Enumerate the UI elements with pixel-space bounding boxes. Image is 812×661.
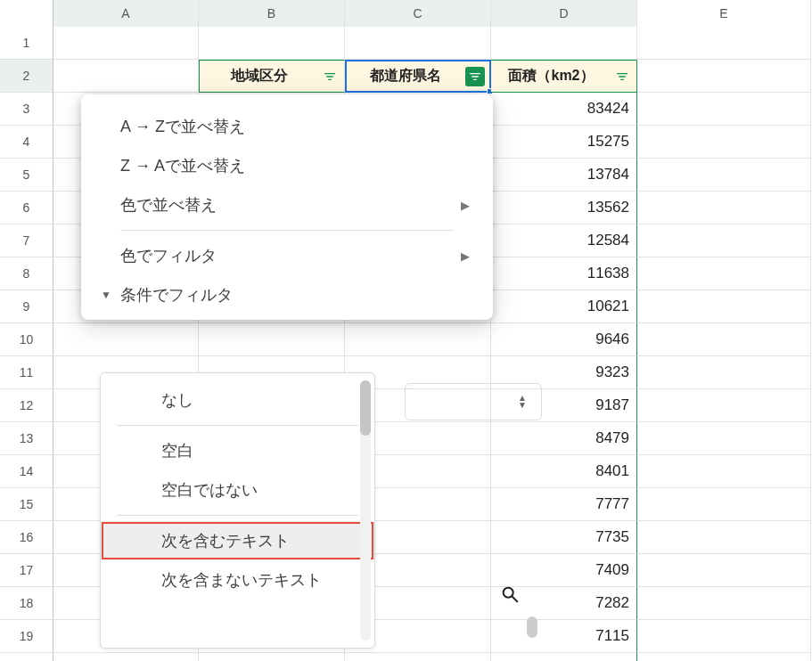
- cell[interactable]: [637, 159, 811, 192]
- filter-icon[interactable]: [612, 67, 632, 86]
- row-header-2[interactable]: 2: [0, 60, 53, 93]
- select-all-corner[interactable]: [0, 0, 53, 27]
- filter-dropdown: A → Zで並べ替え Z → Aで並べ替え 色で並べ替え ▶ 色でフィルタ ▶ …: [81, 94, 493, 320]
- cell[interactable]: [199, 27, 345, 60]
- cell-value[interactable]: 15275: [491, 126, 637, 159]
- sort-za[interactable]: Z → Aで並べ替え: [81, 146, 493, 185]
- cell[interactable]: [637, 620, 811, 653]
- row-header-1[interactable]: 1: [0, 27, 53, 60]
- cell[interactable]: [53, 60, 199, 93]
- row-header-11[interactable]: 11: [0, 356, 53, 389]
- sort-az[interactable]: A → Zで並べ替え: [81, 107, 493, 146]
- filter-icon[interactable]: [465, 67, 485, 86]
- cell-value[interactable]: 13562: [491, 192, 637, 224]
- row-header-20[interactable]: 20: [0, 653, 53, 661]
- svg-point-0: [504, 588, 513, 598]
- col-header-C[interactable]: C: [345, 0, 491, 27]
- row-header-7[interactable]: 7: [0, 224, 53, 257]
- row-header-15[interactable]: 15: [0, 488, 53, 521]
- cell-value[interactable]: 83424: [491, 93, 637, 126]
- cell[interactable]: [637, 488, 811, 521]
- cell[interactable]: [637, 422, 811, 455]
- row-header-14[interactable]: 14: [0, 455, 53, 488]
- filter-icon[interactable]: [320, 67, 340, 86]
- svg-line-1: [513, 597, 518, 602]
- row-header-10[interactable]: 10: [0, 323, 53, 356]
- condition-select[interactable]: ▲▼: [405, 383, 542, 420]
- cell[interactable]: [637, 224, 811, 257]
- cell[interactable]: [637, 554, 811, 587]
- cell[interactable]: [637, 290, 811, 323]
- row-header-16[interactable]: 16: [0, 521, 53, 554]
- header-label: 地域区分: [231, 67, 288, 86]
- menu-label: 条件でフィルタ: [120, 284, 233, 306]
- search-button[interactable]: [486, 575, 534, 613]
- grid-row: 地域区分 都道府県名 面積（km2）: [53, 60, 811, 93]
- cell[interactable]: [637, 60, 811, 93]
- cell[interactable]: [53, 323, 199, 356]
- filter-by-condition[interactable]: ▼ 条件でフィルタ: [81, 275, 493, 314]
- cell[interactable]: [637, 257, 811, 290]
- row-header-9[interactable]: 9: [0, 290, 53, 323]
- cell[interactable]: [491, 27, 637, 60]
- cell-value[interactable]: 7115: [491, 620, 637, 653]
- cell[interactable]: [637, 587, 811, 620]
- row-header-13[interactable]: 13: [0, 422, 53, 455]
- row-header-3[interactable]: 3: [0, 93, 53, 126]
- row-header-5[interactable]: 5: [0, 159, 53, 192]
- row-headers: 1 2 3 4 5 6 7 8 9 10 11 12 13 14 15 16 1…: [0, 27, 53, 661]
- col-header-A[interactable]: A: [53, 0, 199, 27]
- cell[interactable]: [345, 27, 491, 60]
- cell-value[interactable]: 8479: [491, 422, 637, 455]
- chevron-right-icon: ▶: [461, 249, 470, 263]
- cell-value[interactable]: 11638: [491, 257, 637, 290]
- header-cell-region[interactable]: 地域区分: [199, 60, 345, 93]
- cell[interactable]: [637, 126, 811, 159]
- cell-value[interactable]: 8401: [491, 455, 637, 488]
- sort-by-color[interactable]: 色で並べ替え ▶: [81, 185, 493, 224]
- cell-value[interactable]: 7104: [491, 653, 637, 661]
- cell-value[interactable]: 13784: [491, 159, 637, 192]
- cell-value[interactable]: 10621: [491, 290, 637, 323]
- col-header-D[interactable]: D: [491, 0, 637, 27]
- cell[interactable]: [637, 93, 811, 126]
- cell-value[interactable]: 12584: [491, 224, 637, 257]
- cell[interactable]: [199, 323, 345, 356]
- cell[interactable]: [637, 455, 811, 488]
- cell[interactable]: [53, 27, 199, 60]
- col-header-E[interactable]: E: [637, 0, 811, 27]
- option-text-not-contains[interactable]: 次を含まないテキスト: [101, 560, 374, 600]
- header-cell-prefecture[interactable]: 都道府県名: [345, 60, 491, 93]
- cell[interactable]: [345, 653, 491, 661]
- header-cell-area[interactable]: 面積（km2）: [491, 60, 637, 93]
- cell[interactable]: [637, 323, 811, 356]
- cell[interactable]: [199, 653, 345, 661]
- row-header-18[interactable]: 18: [0, 587, 53, 620]
- cell[interactable]: [637, 27, 811, 60]
- row-header-8[interactable]: 8: [0, 257, 53, 290]
- option-none[interactable]: なし: [101, 380, 374, 420]
- filter-by-color[interactable]: 色でフィルタ ▶: [81, 236, 493, 275]
- header-label: 面積（km2）: [508, 67, 594, 86]
- cell[interactable]: [637, 653, 811, 661]
- row-header-12[interactable]: 12: [0, 389, 53, 422]
- scrollbar-thumb[interactable]: [360, 380, 371, 436]
- cell[interactable]: [345, 323, 491, 356]
- cell[interactable]: [637, 521, 811, 554]
- row-header-17[interactable]: 17: [0, 554, 53, 587]
- row-header-19[interactable]: 19: [0, 620, 53, 653]
- cell-value[interactable]: 9646: [491, 323, 637, 356]
- cell-value[interactable]: 7735: [491, 521, 637, 554]
- option-text-contains[interactable]: 次を含むテキスト: [101, 521, 374, 560]
- cell[interactable]: [637, 192, 811, 224]
- option-not-blank[interactable]: 空白ではない: [101, 470, 374, 510]
- row-header-4[interactable]: 4: [0, 126, 53, 159]
- cell[interactable]: [637, 389, 811, 422]
- col-header-B[interactable]: B: [199, 0, 345, 27]
- condition-option-list: なし 空白 空白ではない 次を含むテキスト 次を含まないテキスト: [100, 372, 375, 649]
- row-header-6[interactable]: 6: [0, 192, 53, 224]
- cell[interactable]: [637, 356, 811, 389]
- cell-value[interactable]: 7777: [491, 488, 637, 521]
- option-blank[interactable]: 空白: [101, 431, 374, 470]
- cell[interactable]: [53, 653, 199, 661]
